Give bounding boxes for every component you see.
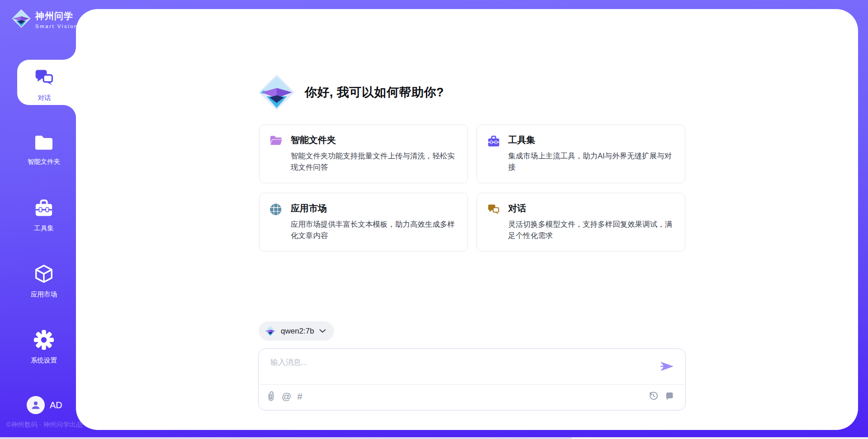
message-input[interactable] — [270, 357, 659, 381]
chat-bubbles-icon — [487, 203, 500, 218]
sidebar-item-app-market[interactable]: 应用市场 — [0, 263, 88, 299]
greeting-row: 你好, 我可以如何帮助你? — [259, 73, 444, 111]
toolbox-icon — [33, 198, 54, 220]
composer-divider — [259, 384, 685, 385]
app-logo: 神州问学 Smart Vision — [12, 9, 78, 30]
history-icon[interactable] — [648, 391, 659, 401]
message-composer: @ # — [258, 348, 686, 410]
person-icon — [30, 400, 41, 410]
sidebar-item-settings[interactable]: 系统设置 — [0, 329, 88, 365]
chat-bubbles-icon — [34, 68, 55, 90]
greeting-text: 你好, 我可以如何帮助你? — [305, 84, 444, 100]
feature-cards: 智能文件夹 智能文件夹功能支持批量文件上传与清洗，轻松实现文件问答 工具集 集成… — [259, 124, 685, 252]
model-selector[interactable]: qwen2:7b — [259, 321, 334, 341]
card-description: 灵活切换多模型文件，支持多样回复效果调试，满足个性化需求 — [508, 219, 675, 241]
user-avatar[interactable] — [27, 396, 45, 414]
card-chat[interactable]: 对话 灵活切换多模型文件，支持多样回复效果调试，满足个性化需求 — [476, 193, 685, 252]
card-title: 工具集 — [508, 134, 675, 146]
card-smart-folder[interactable]: 智能文件夹 智能文件夹功能支持批量文件上传与清洗，轻松实现文件问答 — [259, 124, 468, 183]
app-market-icon — [269, 203, 282, 218]
sidebar-item-label: 应用市场 — [0, 290, 88, 299]
cube-icon — [33, 263, 54, 286]
sidebar-item-label: 对话 — [17, 94, 71, 102]
gear-icon — [33, 329, 54, 352]
chevron-down-icon — [319, 329, 326, 333]
sidebar-item-toolset[interactable]: 工具集 — [0, 198, 88, 233]
folder-open-icon — [269, 135, 283, 148]
card-description: 集成市场上主流工具，助力AI与外界无缝扩展与对接 — [508, 150, 675, 173]
feedback-bubble-icon[interactable] — [665, 391, 675, 401]
folder-icon — [33, 134, 54, 153]
horizontal-scrollbar[interactable] — [0, 437, 868, 439]
sidebar-item-label: 工具集 — [0, 224, 88, 233]
model-name: qwen2:7b — [281, 327, 314, 336]
card-description: 智能文件夹功能支持批量文件上传与清洗，轻松实现文件问答 — [291, 150, 458, 173]
hashtag-icon[interactable]: # — [297, 391, 302, 401]
scrollbar-thumb[interactable] — [0, 437, 571, 439]
brand-diamond-icon — [12, 9, 31, 30]
toolbox-icon — [487, 135, 500, 149]
user-initials: AD — [50, 400, 62, 410]
assistant-diamond-icon — [259, 73, 295, 111]
card-title: 应用市场 — [291, 202, 458, 215]
model-diamond-icon — [265, 325, 276, 337]
card-toolset[interactable]: 工具集 集成市场上主流工具，助力AI与外界无缝扩展与对接 — [476, 124, 685, 183]
attachment-icon[interactable] — [266, 391, 276, 401]
sidebar-item-chat[interactable]: 对话 — [17, 68, 71, 102]
sidebar-item-label: 智能文件夹 — [0, 157, 88, 166]
copyright-text: ©神州数码 · 神州问学出品 — [6, 420, 83, 429]
card-description: 应用市场提供丰富长文本模板，助力高效生成多样化文章内容 — [291, 219, 458, 241]
sidebar-item-label: 系统设置 — [0, 356, 88, 365]
app-subtitle: Smart Vision — [35, 24, 78, 29]
card-app-market[interactable]: 应用市场 应用市场提供丰富长文本模板，助力高效生成多样化文章内容 — [259, 193, 468, 252]
card-title: 对话 — [508, 202, 675, 215]
sidebar-item-smart-folder[interactable]: 智能文件夹 — [0, 134, 88, 166]
send-icon[interactable] — [660, 361, 675, 374]
card-title: 智能文件夹 — [291, 134, 458, 146]
app-title: 神州问学 — [35, 10, 78, 22]
mention-icon[interactable]: @ — [282, 391, 291, 401]
